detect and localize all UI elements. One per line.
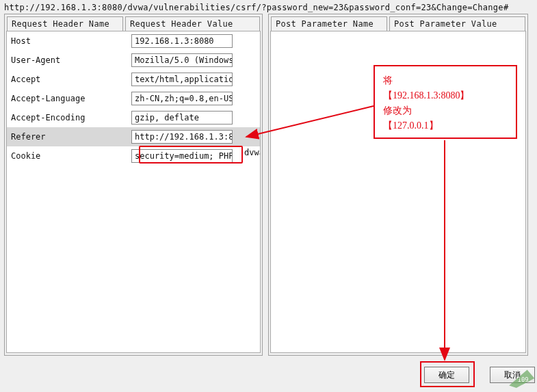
col-header-post-value[interactable]: Post Parameter Value xyxy=(389,16,525,31)
referer-overflow-text: dvwa/ xyxy=(244,148,261,157)
col-header-post-name[interactable]: Post Parameter Name xyxy=(271,16,387,31)
header-name-cell: Host xyxy=(7,36,122,46)
header-value-input[interactable]: security=medium; PHPSESSID=r8 xyxy=(131,149,233,163)
url-bar: http://192.168.1.3:8080/dvwa/vulnerabili… xyxy=(0,0,537,14)
table-row[interactable]: Cookie security=medium; PHPSESSID=r8 xyxy=(7,146,260,166)
header-value-input[interactable]: zh-CN,zh;q=0.8,en-US;q=0.5,en xyxy=(131,92,233,105)
header-name-cell: User-Agent xyxy=(7,55,122,65)
header-name-cell: Cookie xyxy=(7,151,122,161)
callout-line2: 【192.168.1.3:8080】 xyxy=(383,88,508,103)
table-row[interactable]: Accept text/html,application/xhtml+x xyxy=(7,70,260,89)
callout-line3: 修改为 xyxy=(383,103,508,118)
request-headers-panel[interactable]: Request Header Name Request Header Value… xyxy=(4,14,263,356)
header-value-input[interactable]: Mozilla/5.0 (Windows NT 5.2; xyxy=(131,53,233,67)
header-name-cell: Accept xyxy=(7,75,122,84)
header-name-cell: Referer xyxy=(7,132,122,142)
col-header-req-value[interactable]: Request Header Value xyxy=(125,16,260,31)
table-row[interactable]: User-Agent Mozilla/5.0 (Windows NT 5.2; xyxy=(7,51,260,70)
table-row[interactable]: Accept-Encoding gzip, deflate xyxy=(7,108,260,127)
annotation-callout: 将 【192.168.1.3:8080】 修改为 【127.0.0.1】 xyxy=(374,65,517,139)
ok-button[interactable]: 确定 xyxy=(424,367,469,383)
svg-text:109: 109 xyxy=(518,376,529,383)
table-row-referer[interactable]: Referer http://192.168.1.3:8080 xyxy=(7,127,260,146)
header-value-input[interactable]: 192.168.1.3:8080 xyxy=(131,34,233,48)
callout-line1: 将 xyxy=(383,73,508,88)
header-name-cell: Accept-Encoding xyxy=(7,113,122,122)
header-name-cell: Accept-Language xyxy=(7,94,122,103)
header-value-input[interactable]: gzip, deflate xyxy=(131,111,233,125)
col-header-req-name[interactable]: Request Header Name xyxy=(7,16,123,31)
table-row[interactable]: Host 192.168.1.3:8080 xyxy=(7,31,260,51)
watermark-logo: 109 xyxy=(506,367,536,388)
callout-line4: 【127.0.0.1】 xyxy=(383,118,508,133)
header-value-input[interactable]: text/html,application/xhtml+x xyxy=(131,73,233,86)
request-headers-body[interactable]: Host 192.168.1.3:8080 User-Agent Mozilla… xyxy=(6,31,261,353)
table-row[interactable]: Accept-Language zh-CN,zh;q=0.8,en-US;q=0… xyxy=(7,89,260,108)
header-value-input-referer[interactable]: http://192.168.1.3:8080 xyxy=(131,130,233,144)
